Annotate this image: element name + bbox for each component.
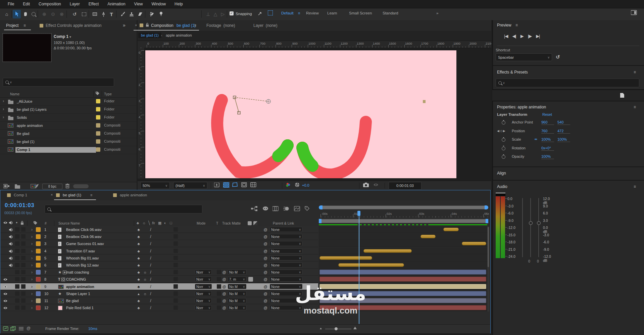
label-color-box[interactable] — [96, 147, 100, 152]
selection-tool-icon[interactable] — [13, 10, 21, 18]
matte-pickwhip-icon[interactable]: @ — [222, 290, 227, 297]
layer-track[interactable] — [319, 304, 489, 311]
expand-icon[interactable]: › — [3, 106, 4, 111]
parent-select[interactable]: None∨ — [270, 298, 302, 303]
collapse-switch[interactable]: ♣ — [136, 262, 141, 269]
expand-icon[interactable]: › — [31, 248, 33, 254]
snap-along-edges-icon[interactable] — [258, 11, 262, 16]
parent-select[interactable]: None∨ — [270, 227, 302, 232]
reset-shortcut-icon[interactable]: ↺ — [556, 54, 560, 60]
lock-cell[interactable] — [21, 284, 26, 289]
collapse-switch[interactable]: ♣ — [136, 269, 141, 276]
composition-canvas[interactable] — [145, 50, 456, 178]
tab-project[interactable]: Project — [6, 23, 18, 28]
layer-duration-bar[interactable] — [319, 291, 486, 296]
motionblur-switch[interactable]: ☼ — [142, 290, 148, 297]
matte-pickwhip-icon[interactable]: @ — [222, 276, 227, 283]
work-area-start[interactable] — [319, 219, 321, 223]
frameblend-cell[interactable] — [174, 298, 178, 303]
layer-name[interactable]: apple animation — [66, 283, 94, 290]
layer-name[interactable]: Beatbox Click 06.wav — [66, 226, 101, 233]
lock-icon[interactable] — [146, 23, 149, 28]
layer-label-color[interactable] — [36, 284, 41, 289]
roto-brush-icon[interactable] — [148, 10, 156, 18]
layer-track[interactable] — [319, 255, 489, 261]
layer-track[interactable] — [319, 283, 489, 290]
first-frame-button[interactable]: |◀ — [504, 34, 508, 39]
collapse-column-icon[interactable]: ♣ — [137, 221, 139, 225]
track-matte-select[interactable]: No M∨ — [228, 291, 246, 296]
collapse-switch[interactable]: ♣ — [136, 255, 141, 261]
quality-switch[interactable]: / — [148, 276, 153, 283]
layer-track[interactable] — [319, 276, 489, 283]
audio-panel-menu-icon[interactable]: ≡ — [634, 184, 636, 189]
collapse-switch[interactable]: ▴ — [136, 290, 141, 297]
solo-cell[interactable] — [15, 284, 19, 289]
expand-icon[interactable]: › — [31, 304, 33, 311]
track-matte-select[interactable]: 7. m∨ — [228, 277, 246, 282]
solo-cell[interactable] — [15, 298, 19, 303]
layer-duration-bar[interactable] — [319, 256, 372, 260]
layer-track[interactable] — [319, 226, 489, 233]
expand-icon[interactable]: › — [31, 226, 33, 233]
project-search-input[interactable] — [12, 80, 109, 85]
column-parent-link[interactable]: Parent & Link — [273, 221, 294, 225]
layer-track[interactable] — [319, 297, 489, 304]
tab-align[interactable]: Align — [497, 171, 506, 176]
more-workspaces-icon[interactable]: » — [436, 11, 438, 15]
tab-label[interactable]: apple animation — [120, 193, 147, 197]
tab-label[interactable]: Comp 1 — [14, 193, 27, 197]
frameblend-cell[interactable] — [174, 241, 178, 246]
navigator-start-handle[interactable] — [319, 205, 323, 209]
brush-tool-icon[interactable] — [119, 10, 127, 18]
project-row[interactable]: be glad (1)Compositi — [0, 138, 137, 146]
solo-cell[interactable] — [15, 305, 19, 310]
mode-select[interactable]: Norr∨ — [195, 270, 212, 275]
viewer-panel-menu-icon[interactable]: ≡ — [194, 23, 196, 28]
matte-pickwhip-icon[interactable]: @ — [222, 304, 227, 311]
preserve-transparency-cell[interactable] — [217, 270, 221, 274]
layer-name[interactable]: Game Success 01.wav — [66, 240, 104, 247]
frame-blend-icon[interactable] — [273, 206, 279, 212]
column-source-name[interactable]: Source Name — [58, 221, 80, 225]
threed-column-icon[interactable]: □ — [170, 221, 172, 225]
layer-name[interactable]: Whoosh Big 12.wav — [66, 262, 99, 269]
layer-name[interactable]: Shape Layer 1 — [66, 290, 90, 297]
menu-window[interactable]: Window — [147, 2, 170, 6]
expand-icon[interactable]: › — [3, 98, 4, 103]
workspace-tab-standard[interactable]: Standard — [383, 11, 398, 15]
layer-name[interactable]: COACHING — [66, 276, 86, 283]
work-area-end[interactable] — [486, 219, 488, 223]
layer-duration-bar[interactable] — [319, 284, 486, 289]
frameblend-cell[interactable] — [174, 227, 178, 232]
solo-cell[interactable] — [15, 256, 19, 260]
mode-select[interactable]: Norr∨ — [195, 284, 212, 289]
parent-pickwhip-icon[interactable]: @ — [263, 290, 268, 297]
collapse-switch[interactable]: ♣ — [136, 233, 141, 240]
eye-icon[interactable] — [3, 297, 8, 304]
video-column-icon[interactable] — [3, 221, 8, 225]
label-tag-icon[interactable] — [305, 206, 309, 211]
stopwatch-icon[interactable] — [502, 121, 505, 125]
frameblend-cell[interactable] — [174, 270, 178, 274]
preview-panel-menu-icon[interactable]: ≡ — [515, 23, 518, 28]
rectangle-tool-icon[interactable] — [91, 10, 99, 18]
tab-label[interactable]: be glad (1) — [63, 193, 81, 197]
quality-switch[interactable]: / — [148, 283, 153, 290]
expand-icon[interactable]: › — [31, 262, 33, 269]
vertical-ruler[interactable]: 01234567 — [138, 48, 145, 179]
audio-fader-track-left[interactable] — [530, 198, 531, 257]
track-matte-select[interactable]: No M∨ — [228, 270, 246, 275]
label-color-box[interactable] — [96, 99, 100, 103]
label-color-box[interactable] — [96, 123, 100, 128]
lock-cell[interactable] — [21, 291, 26, 296]
parent-select[interactable]: None∨ — [270, 291, 302, 296]
transparency-grid-icon[interactable] — [223, 182, 229, 188]
snapshot-camera-icon[interactable] — [363, 183, 369, 188]
audio-on-icon[interactable] — [9, 233, 13, 240]
effects-search[interactable]: ∨ — [496, 79, 639, 87]
layer-track[interactable] — [319, 233, 489, 240]
project-row[interactable]: ›be glad (1) LayersFolder — [0, 105, 137, 114]
parent-pickwhip-icon[interactable]: @ — [263, 304, 268, 311]
layer-track[interactable] — [319, 248, 489, 254]
